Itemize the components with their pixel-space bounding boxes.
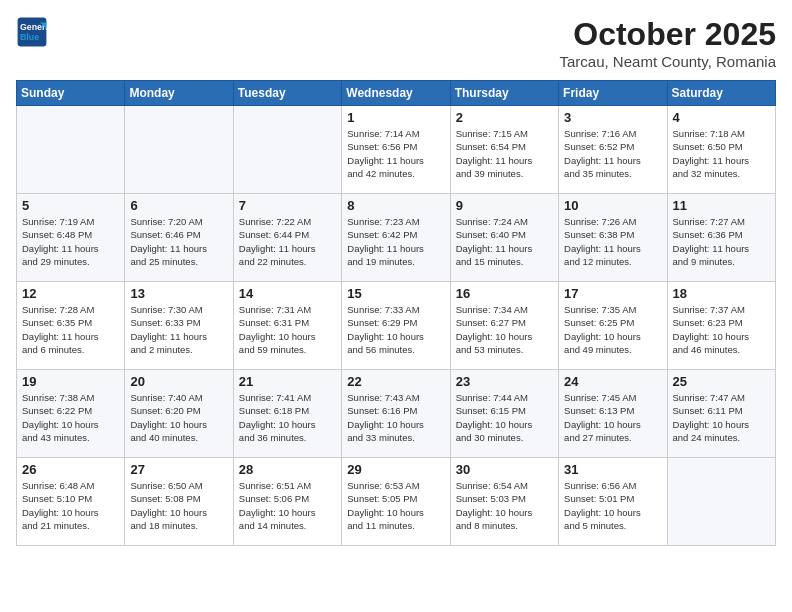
calendar-cell: 3Sunrise: 7:16 AM Sunset: 6:52 PM Daylig… bbox=[559, 106, 667, 194]
weekday-header-cell: Friday bbox=[559, 81, 667, 106]
day-number: 12 bbox=[22, 286, 119, 301]
day-number: 18 bbox=[673, 286, 770, 301]
calendar-cell: 6Sunrise: 7:20 AM Sunset: 6:46 PM Daylig… bbox=[125, 194, 233, 282]
title-area: October 2025 Tarcau, Neamt County, Roman… bbox=[560, 16, 776, 70]
calendar-cell bbox=[125, 106, 233, 194]
calendar-cell: 27Sunrise: 6:50 AM Sunset: 5:08 PM Dayli… bbox=[125, 458, 233, 546]
calendar-cell: 23Sunrise: 7:44 AM Sunset: 6:15 PM Dayli… bbox=[450, 370, 558, 458]
calendar-week-row: 26Sunrise: 6:48 AM Sunset: 5:10 PM Dayli… bbox=[17, 458, 776, 546]
day-info: Sunrise: 6:48 AM Sunset: 5:10 PM Dayligh… bbox=[22, 479, 119, 532]
day-info: Sunrise: 7:14 AM Sunset: 6:56 PM Dayligh… bbox=[347, 127, 444, 180]
day-number: 21 bbox=[239, 374, 336, 389]
day-number: 2 bbox=[456, 110, 553, 125]
day-number: 30 bbox=[456, 462, 553, 477]
day-number: 4 bbox=[673, 110, 770, 125]
day-info: Sunrise: 7:30 AM Sunset: 6:33 PM Dayligh… bbox=[130, 303, 227, 356]
calendar-cell: 5Sunrise: 7:19 AM Sunset: 6:48 PM Daylig… bbox=[17, 194, 125, 282]
calendar-cell: 15Sunrise: 7:33 AM Sunset: 6:29 PM Dayli… bbox=[342, 282, 450, 370]
day-number: 15 bbox=[347, 286, 444, 301]
calendar-cell: 8Sunrise: 7:23 AM Sunset: 6:42 PM Daylig… bbox=[342, 194, 450, 282]
day-info: Sunrise: 7:33 AM Sunset: 6:29 PM Dayligh… bbox=[347, 303, 444, 356]
day-number: 8 bbox=[347, 198, 444, 213]
calendar-cell: 30Sunrise: 6:54 AM Sunset: 5:03 PM Dayli… bbox=[450, 458, 558, 546]
day-number: 3 bbox=[564, 110, 661, 125]
location-title: Tarcau, Neamt County, Romania bbox=[560, 53, 776, 70]
calendar-cell: 25Sunrise: 7:47 AM Sunset: 6:11 PM Dayli… bbox=[667, 370, 775, 458]
calendar-cell: 20Sunrise: 7:40 AM Sunset: 6:20 PM Dayli… bbox=[125, 370, 233, 458]
day-number: 13 bbox=[130, 286, 227, 301]
calendar-cell: 9Sunrise: 7:24 AM Sunset: 6:40 PM Daylig… bbox=[450, 194, 558, 282]
calendar-cell: 16Sunrise: 7:34 AM Sunset: 6:27 PM Dayli… bbox=[450, 282, 558, 370]
calendar-cell bbox=[17, 106, 125, 194]
day-number: 17 bbox=[564, 286, 661, 301]
month-title: October 2025 bbox=[560, 16, 776, 53]
calendar-cell: 28Sunrise: 6:51 AM Sunset: 5:06 PM Dayli… bbox=[233, 458, 341, 546]
calendar-cell: 13Sunrise: 7:30 AM Sunset: 6:33 PM Dayli… bbox=[125, 282, 233, 370]
day-info: Sunrise: 7:19 AM Sunset: 6:48 PM Dayligh… bbox=[22, 215, 119, 268]
day-info: Sunrise: 7:22 AM Sunset: 6:44 PM Dayligh… bbox=[239, 215, 336, 268]
day-number: 28 bbox=[239, 462, 336, 477]
svg-text:Blue: Blue bbox=[20, 32, 39, 42]
day-info: Sunrise: 7:40 AM Sunset: 6:20 PM Dayligh… bbox=[130, 391, 227, 444]
day-info: Sunrise: 7:37 AM Sunset: 6:23 PM Dayligh… bbox=[673, 303, 770, 356]
calendar-week-row: 5Sunrise: 7:19 AM Sunset: 6:48 PM Daylig… bbox=[17, 194, 776, 282]
calendar-cell bbox=[667, 458, 775, 546]
day-info: Sunrise: 7:15 AM Sunset: 6:54 PM Dayligh… bbox=[456, 127, 553, 180]
day-number: 24 bbox=[564, 374, 661, 389]
day-number: 22 bbox=[347, 374, 444, 389]
day-info: Sunrise: 6:53 AM Sunset: 5:05 PM Dayligh… bbox=[347, 479, 444, 532]
calendar-cell: 11Sunrise: 7:27 AM Sunset: 6:36 PM Dayli… bbox=[667, 194, 775, 282]
day-number: 19 bbox=[22, 374, 119, 389]
day-info: Sunrise: 7:28 AM Sunset: 6:35 PM Dayligh… bbox=[22, 303, 119, 356]
day-number: 25 bbox=[673, 374, 770, 389]
calendar-week-row: 12Sunrise: 7:28 AM Sunset: 6:35 PM Dayli… bbox=[17, 282, 776, 370]
calendar-cell: 7Sunrise: 7:22 AM Sunset: 6:44 PM Daylig… bbox=[233, 194, 341, 282]
logo-icon: General Blue bbox=[16, 16, 48, 48]
day-number: 11 bbox=[673, 198, 770, 213]
calendar-cell: 2Sunrise: 7:15 AM Sunset: 6:54 PM Daylig… bbox=[450, 106, 558, 194]
weekday-header-cell: Sunday bbox=[17, 81, 125, 106]
day-info: Sunrise: 6:50 AM Sunset: 5:08 PM Dayligh… bbox=[130, 479, 227, 532]
calendar-cell: 4Sunrise: 7:18 AM Sunset: 6:50 PM Daylig… bbox=[667, 106, 775, 194]
calendar-cell: 12Sunrise: 7:28 AM Sunset: 6:35 PM Dayli… bbox=[17, 282, 125, 370]
calendar-cell: 1Sunrise: 7:14 AM Sunset: 6:56 PM Daylig… bbox=[342, 106, 450, 194]
calendar-cell bbox=[233, 106, 341, 194]
day-info: Sunrise: 7:38 AM Sunset: 6:22 PM Dayligh… bbox=[22, 391, 119, 444]
day-number: 26 bbox=[22, 462, 119, 477]
day-number: 1 bbox=[347, 110, 444, 125]
weekday-header-cell: Tuesday bbox=[233, 81, 341, 106]
calendar-cell: 29Sunrise: 6:53 AM Sunset: 5:05 PM Dayli… bbox=[342, 458, 450, 546]
weekday-header-cell: Wednesday bbox=[342, 81, 450, 106]
day-info: Sunrise: 7:43 AM Sunset: 6:16 PM Dayligh… bbox=[347, 391, 444, 444]
weekday-header-cell: Saturday bbox=[667, 81, 775, 106]
day-number: 10 bbox=[564, 198, 661, 213]
day-info: Sunrise: 7:35 AM Sunset: 6:25 PM Dayligh… bbox=[564, 303, 661, 356]
page-header: General Blue October 2025 Tarcau, Neamt … bbox=[16, 16, 776, 70]
day-number: 6 bbox=[130, 198, 227, 213]
day-number: 20 bbox=[130, 374, 227, 389]
day-info: Sunrise: 7:34 AM Sunset: 6:27 PM Dayligh… bbox=[456, 303, 553, 356]
day-info: Sunrise: 7:20 AM Sunset: 6:46 PM Dayligh… bbox=[130, 215, 227, 268]
day-info: Sunrise: 7:16 AM Sunset: 6:52 PM Dayligh… bbox=[564, 127, 661, 180]
day-number: 29 bbox=[347, 462, 444, 477]
weekday-header-row: SundayMondayTuesdayWednesdayThursdayFrid… bbox=[17, 81, 776, 106]
day-info: Sunrise: 7:23 AM Sunset: 6:42 PM Dayligh… bbox=[347, 215, 444, 268]
calendar-cell: 18Sunrise: 7:37 AM Sunset: 6:23 PM Dayli… bbox=[667, 282, 775, 370]
calendar-cell: 21Sunrise: 7:41 AM Sunset: 6:18 PM Dayli… bbox=[233, 370, 341, 458]
day-number: 14 bbox=[239, 286, 336, 301]
day-info: Sunrise: 7:45 AM Sunset: 6:13 PM Dayligh… bbox=[564, 391, 661, 444]
day-info: Sunrise: 7:18 AM Sunset: 6:50 PM Dayligh… bbox=[673, 127, 770, 180]
day-info: Sunrise: 6:51 AM Sunset: 5:06 PM Dayligh… bbox=[239, 479, 336, 532]
day-number: 5 bbox=[22, 198, 119, 213]
day-info: Sunrise: 7:27 AM Sunset: 6:36 PM Dayligh… bbox=[673, 215, 770, 268]
calendar-body: 1Sunrise: 7:14 AM Sunset: 6:56 PM Daylig… bbox=[17, 106, 776, 546]
day-info: Sunrise: 6:54 AM Sunset: 5:03 PM Dayligh… bbox=[456, 479, 553, 532]
calendar-table: SundayMondayTuesdayWednesdayThursdayFrid… bbox=[16, 80, 776, 546]
day-number: 7 bbox=[239, 198, 336, 213]
weekday-header-cell: Thursday bbox=[450, 81, 558, 106]
day-number: 16 bbox=[456, 286, 553, 301]
calendar-cell: 14Sunrise: 7:31 AM Sunset: 6:31 PM Dayli… bbox=[233, 282, 341, 370]
day-info: Sunrise: 7:26 AM Sunset: 6:38 PM Dayligh… bbox=[564, 215, 661, 268]
day-number: 9 bbox=[456, 198, 553, 213]
day-info: Sunrise: 7:44 AM Sunset: 6:15 PM Dayligh… bbox=[456, 391, 553, 444]
